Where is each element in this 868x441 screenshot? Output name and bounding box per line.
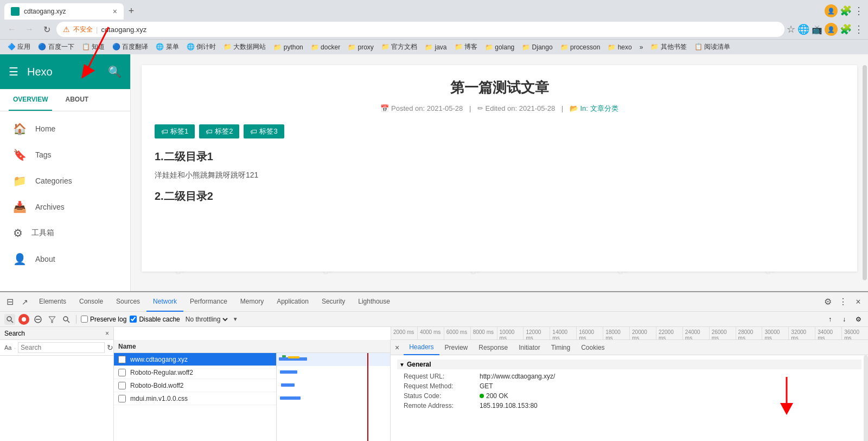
file-row-selected[interactable]: www.cdtaogang.xyz (114, 353, 276, 366)
stop-button[interactable] (33, 314, 43, 325)
sidebar-item-home[interactable]: 🏠 Home (0, 116, 130, 142)
tab-sources[interactable]: Sources (110, 292, 146, 312)
general-section-toggle[interactable]: ▼ General (397, 360, 861, 369)
request-tab-headers[interactable]: Headers (404, 340, 439, 355)
bookmark-more[interactable]: » (636, 42, 647, 52)
general-section: ▼ General Request URL: http://www.cdtaog… (397, 360, 861, 410)
tab-application[interactable]: Application (270, 292, 315, 312)
bookmark-golang[interactable]: 📁 golang (482, 42, 518, 52)
tab-overview[interactable]: OVERVIEW (9, 89, 52, 111)
disable-cache-checkbox[interactable] (130, 316, 137, 323)
bookmark-translate[interactable]: 🔵 百度翻译 (109, 41, 151, 53)
request-tab-response[interactable]: Response (473, 340, 513, 355)
file-row-3[interactable]: Roboto-Bold.woff2 (114, 379, 276, 392)
menu-dots-icon[interactable]: ⋮ (854, 23, 864, 35)
devtools-toggle-drawer[interactable]: ⊟ (2, 294, 17, 310)
search-icon[interactable]: 🔍 (108, 65, 122, 78)
bookmark-zhidao[interactable]: 📋 知道 (79, 41, 108, 53)
request-tab-preview[interactable]: Preview (439, 340, 474, 355)
address-bar[interactable]: ⚠ 不安全 | cdtaogang.xyz (56, 22, 784, 37)
content-scrollbar[interactable] (863, 65, 867, 280)
tab-elements[interactable]: Elements (33, 292, 73, 312)
search-panel-toggle[interactable] (4, 314, 15, 325)
request-tab-cookies[interactable]: Cookies (576, 340, 610, 355)
search-close-button[interactable]: × (105, 330, 109, 337)
tab-performance[interactable]: Performance (183, 292, 234, 312)
active-tab[interactable]: cdtaogang.xyz × (4, 3, 124, 20)
detail-remote-row: Remote Address: 185.199.108.153:80 (397, 402, 861, 410)
sidebar-item-tags[interactable]: 🔖 Tags (0, 142, 130, 168)
bookmark-proxy[interactable]: 📁 proxy (344, 42, 377, 52)
profile-avatar[interactable]: 👤 (825, 23, 838, 36)
request-tab-timing[interactable]: Timing (546, 340, 576, 355)
search-input[interactable] (18, 342, 105, 353)
tab-network[interactable]: Network (146, 292, 183, 312)
sidebar-item-archives[interactable]: 📥 Archives (0, 194, 130, 220)
back-button[interactable]: ← (4, 22, 20, 37)
bookmark-star-icon[interactable]: ☆ (787, 23, 795, 35)
bookmark-processon[interactable]: 📁 processon (557, 42, 604, 52)
network-settings-icon[interactable]: ⚙ (853, 314, 864, 325)
bookmark-java[interactable]: 📁 java (422, 42, 450, 52)
tab-security[interactable]: Security (315, 292, 352, 312)
bookmark-others[interactable]: 📁 其他书签 (647, 41, 690, 53)
export-button[interactable]: ↓ (839, 314, 850, 325)
menu-icon[interactable]: ⋮ (854, 5, 864, 17)
sidebar-item-categories[interactable]: 📁 Categories (0, 168, 130, 194)
refresh-icon[interactable]: ↻ (107, 343, 113, 352)
search-button[interactable] (61, 314, 72, 325)
request-tab-initiator[interactable]: Initiator (513, 340, 545, 355)
tab-about[interactable]: ABOUT (61, 89, 93, 111)
filter-button[interactable] (47, 314, 58, 325)
devtools-close-icon[interactable]: × (851, 294, 866, 310)
request-close-button[interactable]: × (391, 343, 404, 352)
bookmark-menu[interactable]: 🌐 菜单 (152, 41, 182, 53)
sidebar-item-about[interactable]: 👤 About (0, 246, 130, 272)
bookmark-docker[interactable]: 📁 docker (308, 42, 343, 52)
file-checkbox-2[interactable] (118, 369, 126, 376)
translate-icon[interactable]: 🌐 (797, 23, 809, 35)
devtools-settings-icon[interactable]: ⚙ (820, 294, 835, 310)
profile-icon[interactable]: 👤 (825, 4, 838, 17)
bookmark-reading[interactable]: 📋 阅读清单 (691, 41, 733, 53)
dot-separator: · (14, 344, 16, 352)
bookmark-python[interactable]: 📁 python (270, 42, 306, 52)
bookmark-bigdata[interactable]: 📁 大数据网站 (220, 41, 269, 53)
preserve-log-checkbox[interactable] (81, 316, 88, 323)
bookmark-hexo[interactable]: 📁 hexo (604, 42, 635, 52)
request-detail-tabs: × Headers Preview Response Initiator (391, 340, 868, 355)
file-row-2[interactable]: Roboto-Regular.woff2 (114, 366, 276, 379)
bookmark-apps[interactable]: 🔷 应用 (4, 41, 34, 53)
disable-cache-label[interactable]: Disable cache (130, 316, 180, 323)
tab-memory[interactable]: Memory (234, 292, 270, 312)
record-button[interactable] (18, 314, 29, 325)
file-row-4[interactable]: mdui.min.v1.0.0.css (114, 392, 276, 405)
cast-icon[interactable]: 📺 (812, 24, 822, 35)
tools-label: 工具箱 (31, 228, 54, 238)
detail-scrollbar[interactable] (864, 355, 868, 441)
import-button[interactable]: ↑ (825, 314, 835, 325)
tab-close-icon[interactable]: × (113, 7, 117, 16)
preserve-log-label[interactable]: Preserve log (81, 316, 126, 323)
tab-lighthouse[interactable]: Lighthouse (352, 292, 397, 312)
new-tab-button[interactable]: + (124, 3, 139, 18)
sidebar-item-tools[interactable]: ⚙ 工具箱 (0, 220, 130, 246)
file-checkbox-4[interactable] (118, 395, 126, 402)
file-checkbox-3[interactable] (118, 382, 126, 389)
bookmark-countdown[interactable]: 🌐 倒计时 (183, 41, 219, 53)
devtools-more-icon[interactable]: ⋮ (835, 294, 851, 310)
extension-icon[interactable]: 🧩 (840, 5, 852, 17)
bookmark-django[interactable]: 📁 Django (519, 42, 556, 52)
hamburger-icon[interactable]: ☰ (9, 65, 18, 78)
file-checkbox-1[interactable] (118, 356, 126, 363)
bookmark-docs[interactable]: 📁 官方文档 (378, 41, 420, 53)
bookmark-blog[interactable]: 📁 博客 (451, 41, 481, 53)
throttle-select[interactable]: No throttling (183, 315, 229, 324)
bookmark-baidu[interactable]: 🔵 百度一下 (35, 41, 77, 53)
reload-button[interactable]: ↻ (39, 22, 54, 37)
devtools-undock[interactable]: ↗ (17, 294, 33, 310)
extensions-icon[interactable]: 🧩 (840, 23, 852, 35)
forward-button[interactable]: → (22, 22, 37, 37)
status-value: 200 OK (486, 392, 508, 400)
tab-console[interactable]: Console (73, 292, 110, 312)
